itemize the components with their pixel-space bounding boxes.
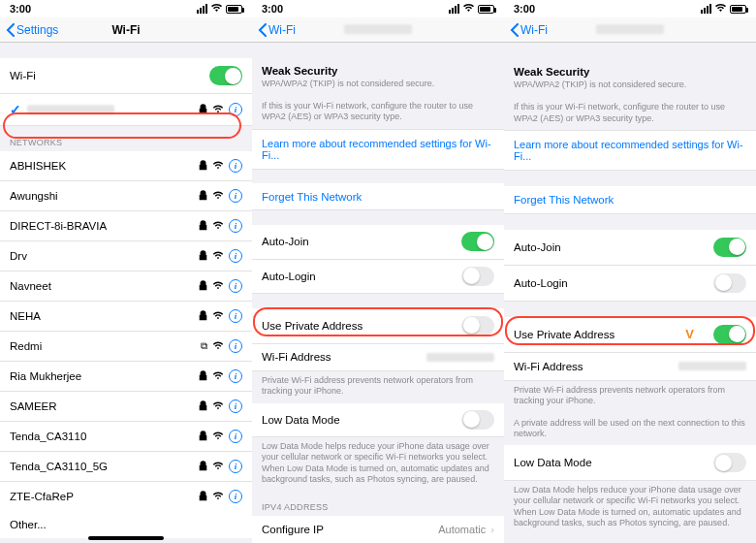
network-name: DIRECT-8i-BRAVIA bbox=[10, 220, 107, 232]
info-icon[interactable]: i bbox=[229, 369, 242, 383]
private-address-row[interactable]: Use Private Address bbox=[252, 308, 504, 344]
network-row[interactable]: DIRECT-8i-BRAVIAi bbox=[0, 211, 252, 241]
status-bar: 3:00 bbox=[0, 0, 252, 17]
configure-ip-row[interactable]: Configure IP Automatic› bbox=[252, 516, 504, 543]
status-bar: 3:00 bbox=[504, 0, 756, 17]
wifi-master-toggle-row[interactable]: Wi-Fi bbox=[0, 58, 252, 94]
network-name: NEHA bbox=[10, 310, 41, 322]
wifi-icon bbox=[212, 400, 224, 412]
forget-label: Forget This Network bbox=[514, 194, 614, 206]
network-row[interactable]: Redmi⧉i bbox=[0, 332, 252, 362]
wifi-icon bbox=[212, 370, 224, 382]
info-icon[interactable]: i bbox=[229, 309, 242, 323]
auto-login-row[interactable]: Auto-Login bbox=[252, 260, 504, 294]
auto-login-toggle[interactable] bbox=[713, 273, 746, 293]
private-address-row[interactable]: Use Private Address V bbox=[504, 317, 756, 353]
info-icon[interactable]: i bbox=[229, 103, 242, 116]
low-data-toggle[interactable] bbox=[461, 410, 494, 430]
wifi-status-icon bbox=[210, 3, 223, 15]
forget-network-row[interactable]: Forget This Network bbox=[504, 186, 756, 214]
back-button[interactable]: Wi-Fi bbox=[510, 23, 548, 37]
wifi-icon bbox=[212, 491, 224, 502]
wifi-icon bbox=[212, 431, 224, 442]
auto-join-row[interactable]: Auto-Join bbox=[504, 230, 756, 266]
network-name: SAMEER bbox=[10, 400, 57, 412]
chevron-right-icon: › bbox=[490, 524, 494, 535]
info-icon[interactable]: i bbox=[229, 490, 242, 503]
info-icon[interactable]: i bbox=[229, 399, 242, 413]
hotspot-icon: ⧉ bbox=[201, 340, 207, 352]
private-address-footer: Private Wi-Fi address prevents network o… bbox=[252, 371, 504, 403]
nav-bar: Settings Wi-Fi bbox=[0, 17, 252, 43]
network-name: Tenda_CA3110 bbox=[10, 431, 86, 442]
wifi-address-value bbox=[678, 362, 746, 370]
networks-header: NETWORKS bbox=[0, 126, 252, 151]
network-row[interactable]: SAMEERi bbox=[0, 392, 252, 422]
back-label: Settings bbox=[16, 23, 58, 37]
info-icon[interactable]: i bbox=[229, 159, 242, 173]
private-address-toggle[interactable] bbox=[461, 316, 494, 335]
private-address-toggle[interactable] bbox=[713, 325, 746, 344]
other-networks-row[interactable]: Other... bbox=[0, 511, 252, 538]
wifi-icon bbox=[212, 220, 224, 232]
network-row[interactable]: Tenda_CA3110i bbox=[0, 422, 252, 452]
low-data-mode-row[interactable]: Low Data Mode bbox=[504, 445, 756, 481]
wifi-icon bbox=[212, 461, 224, 472]
check-icon: ✓ bbox=[10, 102, 21, 117]
auto-join-row[interactable]: Auto-Join bbox=[252, 225, 504, 259]
wifi-icon bbox=[212, 160, 224, 172]
lock-icon bbox=[199, 220, 207, 233]
network-row[interactable]: ABHISHEKi bbox=[0, 151, 252, 181]
network-row[interactable]: ZTE-CfaRePi bbox=[0, 482, 252, 511]
info-icon[interactable]: i bbox=[229, 189, 242, 203]
forget-label: Forget This Network bbox=[262, 191, 362, 203]
network-row[interactable]: Ria Mukherjeei bbox=[0, 362, 252, 392]
auto-login-row[interactable]: Auto-Login bbox=[504, 266, 756, 302]
configure-ip-value: Automatic bbox=[438, 524, 486, 535]
auto-join-toggle[interactable] bbox=[713, 238, 746, 257]
lock-icon bbox=[199, 250, 207, 263]
auto-login-label: Auto-Login bbox=[514, 277, 568, 289]
info-icon[interactable]: i bbox=[229, 279, 242, 293]
learn-more-link[interactable]: Learn more about recommended settings fo… bbox=[252, 129, 504, 170]
info-icon[interactable]: i bbox=[229, 219, 242, 233]
lock-icon bbox=[199, 104, 207, 116]
auto-login-toggle[interactable] bbox=[461, 267, 494, 286]
info-icon[interactable]: i bbox=[229, 430, 242, 443]
network-row[interactable]: Tenda_CA3110_5Gi bbox=[0, 452, 252, 482]
network-name: Awungshi bbox=[10, 190, 58, 202]
home-indicator bbox=[88, 536, 164, 540]
configure-ip-label: Configure IP bbox=[262, 524, 324, 535]
wifi-toggle[interactable] bbox=[209, 66, 242, 85]
back-button[interactable]: Wi-Fi bbox=[258, 23, 296, 37]
network-row[interactable]: Awungshii bbox=[0, 181, 252, 211]
wifi-icon bbox=[212, 104, 224, 115]
low-data-footer: Low Data Mode helps reduce your iPhone d… bbox=[252, 437, 504, 491]
nav-bar: Wi-Fi bbox=[252, 17, 504, 43]
wifi-icon bbox=[212, 250, 224, 262]
network-name: ABHISHEK bbox=[10, 160, 66, 172]
nav-bar: Wi-Fi bbox=[504, 17, 756, 43]
back-button[interactable]: Settings bbox=[6, 23, 58, 37]
learn-more-link[interactable]: Learn more about recommended settings fo… bbox=[504, 130, 756, 171]
low-data-mode-row[interactable]: Low Data Mode bbox=[252, 403, 504, 437]
network-row[interactable]: NEHAi bbox=[0, 302, 252, 332]
lock-icon bbox=[199, 431, 207, 443]
info-icon[interactable]: i bbox=[229, 339, 242, 353]
status-time: 3:00 bbox=[262, 3, 283, 15]
network-row[interactable]: Navneeti bbox=[0, 272, 252, 302]
wifi-icon bbox=[212, 190, 224, 202]
info-icon[interactable]: i bbox=[229, 249, 242, 263]
network-row[interactable]: Drvi bbox=[0, 241, 252, 272]
network-name: Tenda_CA3110_5G bbox=[10, 461, 108, 472]
forget-network-row[interactable]: Forget This Network bbox=[252, 183, 504, 210]
wifi-toggle-label: Wi-Fi bbox=[10, 70, 36, 81]
low-data-toggle[interactable] bbox=[713, 453, 746, 472]
info-icon[interactable]: i bbox=[229, 460, 242, 473]
current-network-row[interactable]: ✓ i bbox=[0, 94, 252, 126]
annotation-marker: V bbox=[685, 327, 694, 341]
chevron-left-icon bbox=[258, 23, 267, 37]
auto-join-toggle[interactable] bbox=[461, 232, 494, 251]
cellular-icon bbox=[701, 4, 711, 14]
lock-icon bbox=[199, 190, 207, 203]
